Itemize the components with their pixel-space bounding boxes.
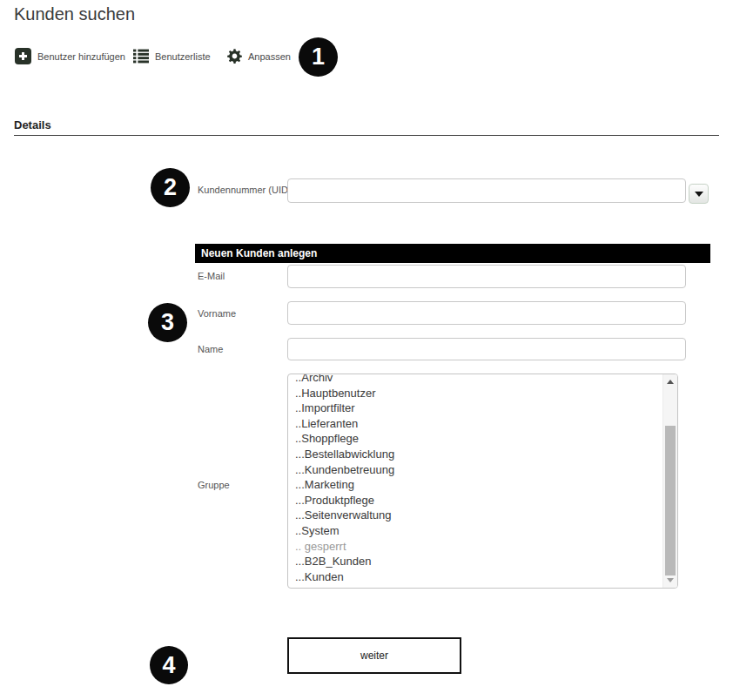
gruppe-option[interactable]: ..System xyxy=(288,523,662,539)
chevron-down-icon xyxy=(695,192,703,197)
kundennummer-input[interactable] xyxy=(287,178,686,203)
add-user-icon xyxy=(15,48,31,64)
scroll-down-icon xyxy=(667,578,674,582)
gruppe-option[interactable]: ...Kundenbetreuung xyxy=(288,462,662,478)
details-divider xyxy=(14,135,719,136)
gruppe-option[interactable]: ...Produktpflege xyxy=(288,493,662,508)
name-label: Name xyxy=(198,344,223,354)
email-input[interactable] xyxy=(287,265,686,288)
email-label: E-Mail xyxy=(198,271,225,281)
gruppe-listbox[interactable]: ..Archiv ..Hauptbenutzer ..Importfilter … xyxy=(287,374,678,589)
scrollbar-thumb[interactable] xyxy=(665,426,676,575)
gruppe-option-disabled[interactable]: .. gesperrt xyxy=(288,539,662,555)
toolbar-item-label: Anpassen xyxy=(248,51,291,62)
toolbar-item-label: Benutzerliste xyxy=(155,51,211,62)
page-title: Kunden suchen xyxy=(14,4,135,24)
gruppe-label: Gruppe xyxy=(198,480,230,490)
details-heading: Details xyxy=(14,118,51,131)
annotation-badge-4: 4 xyxy=(150,646,188,684)
toolbar-item-label: Benutzer hinzufügen xyxy=(37,51,125,62)
scroll-down-button[interactable] xyxy=(663,573,677,587)
page: Kunden suchen Benutzer hinzufügen Benutz… xyxy=(0,0,733,700)
weiter-button[interactable]: weiter xyxy=(287,637,461,674)
kundennummer-dropdown-button[interactable] xyxy=(689,184,709,204)
gruppe-option[interactable]: ..Shoppflege xyxy=(288,431,662,447)
benutzerliste-button[interactable]: Benutzerliste xyxy=(133,47,211,65)
scroll-up-icon xyxy=(667,380,674,384)
kundennummer-label: Kundennummer (UID) xyxy=(198,185,292,195)
weiter-button-label: weiter xyxy=(360,650,388,662)
annotation-badge-2: 2 xyxy=(151,168,190,207)
name-input[interactable] xyxy=(287,338,686,360)
gruppe-option[interactable]: ..Archiv xyxy=(288,374,662,386)
gruppe-option[interactable]: ...Bestellabwicklung xyxy=(288,447,662,462)
list-icon xyxy=(133,49,149,64)
gruppe-option-list: ..Archiv ..Hauptbenutzer ..Importfilter … xyxy=(288,374,662,584)
gruppe-option[interactable]: ...Kunden xyxy=(288,569,662,585)
listbox-scrollbar[interactable] xyxy=(662,374,677,588)
vorname-input[interactable] xyxy=(287,301,686,325)
benutzer-hinzufuegen-button[interactable]: Benutzer hinzufügen xyxy=(15,47,125,65)
vorname-label: Vorname xyxy=(198,308,236,319)
gruppe-option[interactable]: ...Marketing xyxy=(288,477,662,493)
gear-icon xyxy=(227,49,242,64)
gruppe-option[interactable]: ..Hauptbenutzer xyxy=(288,386,662,401)
gruppe-option[interactable]: ..Importfilter xyxy=(288,400,662,416)
anpassen-button[interactable]: Anpassen xyxy=(227,47,291,65)
section-header-label: Neuen Kunden anlegen xyxy=(201,247,317,259)
new-customer-section-header: Neuen Kunden anlegen xyxy=(195,244,710,263)
annotation-badge-1: 1 xyxy=(299,37,338,77)
scroll-up-button[interactable] xyxy=(663,374,677,388)
gruppe-option[interactable]: ..Lieferanten xyxy=(288,416,662,432)
gruppe-option[interactable]: ...Seitenverwaltung xyxy=(288,508,662,523)
annotation-badge-3: 3 xyxy=(148,303,187,342)
gruppe-option[interactable]: ...B2B_Kunden xyxy=(288,554,662,569)
